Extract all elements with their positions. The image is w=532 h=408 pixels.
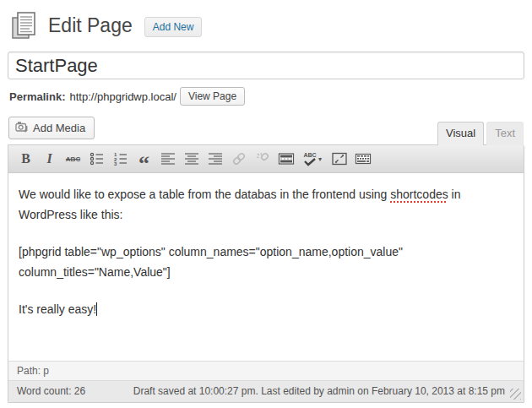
- link-icon: [231, 150, 247, 167]
- media-camera-icon: [15, 121, 29, 135]
- word-count: Word count: 26: [17, 385, 85, 397]
- visual-editor: B I ABC 123: [8, 144, 524, 403]
- tab-text[interactable]: Text: [486, 122, 524, 145]
- italic-icon: I: [46, 151, 52, 166]
- bullet-list-button[interactable]: [85, 148, 108, 170]
- blockquote-button[interactable]: “: [133, 148, 155, 170]
- numbered-list-button[interactable]: 123: [109, 148, 132, 170]
- permalink-row: Permalink: http://phpgridwp.local/ View …: [9, 87, 524, 106]
- align-center-icon: [183, 150, 200, 167]
- unlink-icon: [254, 150, 271, 167]
- text-cursor: [96, 302, 97, 316]
- page-title: Edit Page: [48, 14, 133, 37]
- post-title-input[interactable]: [8, 52, 524, 79]
- align-left-button[interactable]: [156, 148, 179, 170]
- bullet-list-icon: [89, 150, 106, 167]
- paragraph: [phpgrid table="wp_options" column_names…: [19, 242, 513, 282]
- editor-footer-bar: Word count: 26 Draft saved at 10:00:27 p…: [8, 380, 524, 402]
- unlink-button[interactable]: [251, 148, 274, 170]
- bold-button[interactable]: B: [14, 148, 37, 170]
- spellcheck-button[interactable]: ABC ▾: [298, 148, 327, 170]
- paragraph-text: It's really easy!: [19, 302, 96, 316]
- more-tag-icon: [278, 150, 295, 167]
- link-button[interactable]: [227, 148, 250, 170]
- bold-icon: B: [21, 151, 30, 166]
- paragraph-text: We would like to expose a table from the…: [19, 188, 390, 201]
- add-media-button[interactable]: Add Media: [8, 117, 95, 139]
- blockquote-icon: “: [138, 160, 149, 168]
- align-right-button[interactable]: [204, 148, 226, 170]
- strikethrough-icon: ABC: [66, 155, 80, 163]
- kitchen-sink-button[interactable]: [351, 148, 374, 170]
- strikethrough-button[interactable]: ABC: [62, 148, 84, 170]
- spellcheck-dropdown-arrow: ▾: [318, 155, 322, 163]
- editor-content-area[interactable]: We would like to expose a table from the…: [8, 173, 524, 361]
- more-tag-button[interactable]: [274, 148, 297, 170]
- pages-icon: [9, 10, 40, 41]
- editor-mode-tabs: Visual Text: [437, 122, 524, 144]
- spellcheck-icon: ABC: [303, 152, 317, 166]
- tab-visual[interactable]: Visual: [437, 122, 484, 145]
- permalink-url: http://phpgridwp.local/: [69, 90, 176, 103]
- align-center-button[interactable]: [180, 148, 203, 170]
- media-tabs-row: Add Media Visual Text: [8, 117, 524, 144]
- italic-button[interactable]: I: [38, 148, 61, 170]
- numbered-list-icon: 123: [112, 150, 129, 167]
- add-new-button[interactable]: Add New: [144, 17, 203, 37]
- paragraph: It's really easy!: [19, 299, 513, 319]
- fullscreen-icon: [331, 150, 348, 167]
- kitchen-sink-icon: [355, 150, 372, 167]
- permalink-label: Permalink:: [9, 90, 65, 103]
- resize-grip[interactable]: [510, 389, 521, 400]
- add-media-label: Add Media: [33, 122, 85, 134]
- misspelled-word: shortcodes: [390, 188, 448, 201]
- svg-text:3: 3: [114, 161, 117, 166]
- page-header: Edit Page Add New: [8, 7, 524, 42]
- fullscreen-button[interactable]: [328, 148, 350, 170]
- view-page-button[interactable]: View Page: [180, 87, 245, 106]
- autosave-info: Draft saved at 10:00:27 pm. Last edited …: [133, 385, 505, 397]
- paragraph: We would like to expose a table from the…: [19, 184, 513, 225]
- align-right-icon: [207, 150, 224, 167]
- element-path-bar: Path: p: [8, 361, 524, 380]
- align-left-icon: [160, 150, 176, 167]
- editor-toolbar: B I ABC 123: [8, 145, 524, 173]
